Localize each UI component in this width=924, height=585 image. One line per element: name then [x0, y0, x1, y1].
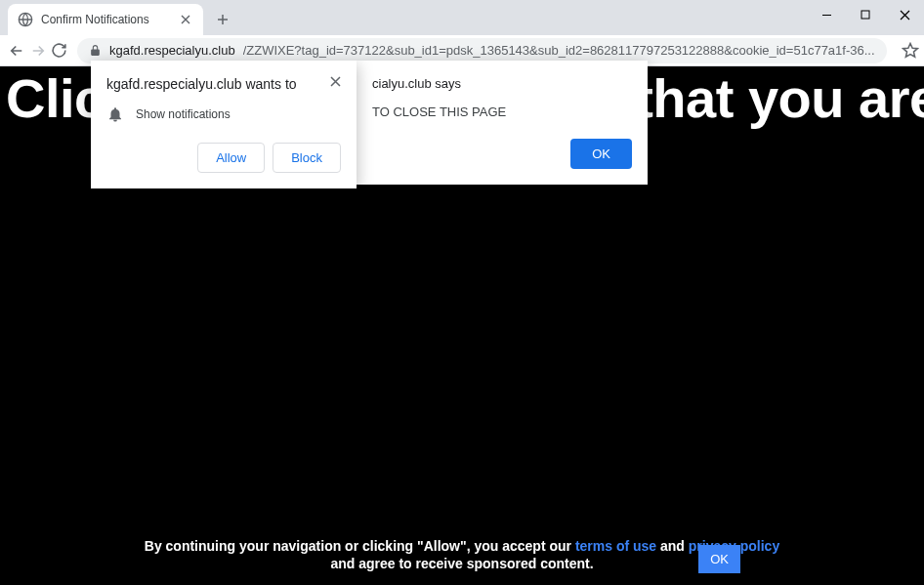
cookie-banner: By continuing your navigation or clickin…	[0, 538, 924, 571]
alert-message: TO CLOSE THIS PAGE	[372, 104, 632, 119]
permission-label: Show notifications	[136, 107, 231, 121]
tab-close-button[interactable]	[178, 12, 193, 27]
cookie-and-text: and	[656, 538, 689, 554]
terms-of-use-link[interactable]: terms of use	[575, 538, 656, 554]
cookie-text-line2: and agree to receive sponsored content.	[0, 556, 924, 571]
alert-title: cialyu.club says	[372, 76, 632, 91]
svg-rect-1	[861, 11, 869, 19]
new-tab-button[interactable]	[209, 6, 236, 33]
block-button[interactable]: Block	[273, 143, 341, 173]
bell-icon	[106, 105, 124, 123]
titlebar: Confirm Notifications	[0, 0, 924, 35]
url-path: /ZZWIXE?tag_id=737122&sub_id1=pdsk_13651…	[243, 43, 875, 58]
allow-button[interactable]: Allow	[197, 143, 265, 173]
permission-origin: kgafd.respecialyu.club wants to	[106, 76, 297, 92]
back-button[interactable]	[8, 37, 25, 64]
address-bar[interactable]: kgafd.respecialyu.club/ZZWIXE?tag_id=737…	[77, 38, 887, 63]
tab-title: Confirm Notifications	[41, 13, 170, 26]
minimize-button[interactable]	[807, 0, 846, 29]
permission-dialog: kgafd.respecialyu.club wants to Show not…	[91, 61, 357, 188]
window-controls	[807, 0, 924, 29]
url-domain: kgafd.respecialyu.club	[109, 43, 235, 58]
alert-ok-button[interactable]: OK	[570, 139, 632, 169]
lock-icon	[89, 44, 102, 57]
cookie-text-start: By continuing your navigation or clickin…	[145, 538, 575, 554]
maximize-button[interactable]	[846, 0, 885, 29]
js-alert-dialog: cialyu.club says TO CLOSE THIS PAGE OK	[357, 61, 648, 185]
close-window-button[interactable]	[885, 0, 924, 29]
globe-icon	[18, 12, 33, 27]
cookie-ok-button[interactable]: OK	[698, 545, 740, 573]
reload-button[interactable]	[51, 37, 67, 64]
permission-close-button[interactable]	[330, 76, 341, 87]
forward-button[interactable]	[29, 37, 47, 64]
bookmark-star-button[interactable]	[897, 37, 924, 64]
browser-tab[interactable]: Confirm Notifications	[8, 4, 203, 35]
